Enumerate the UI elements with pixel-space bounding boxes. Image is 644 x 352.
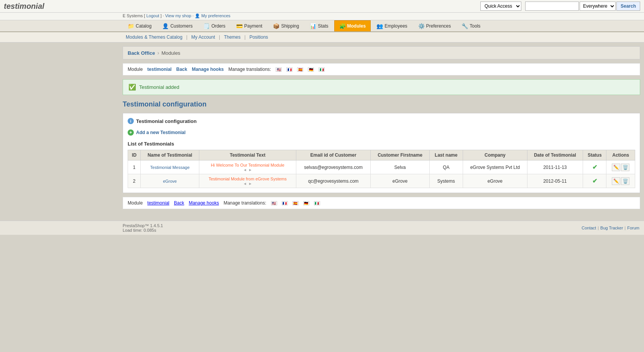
main-content: Back Office › Modules Module testimonial…	[0, 43, 644, 213]
subnav-item-themes[interactable]: Themes	[221, 34, 243, 41]
footer-contact[interactable]: Contact	[582, 226, 596, 230]
subnav-item-positions[interactable]: Positions	[246, 34, 271, 41]
cell-company-1: eGrove	[463, 174, 527, 188]
nav-item-orders[interactable]: 🗒️Orders	[198, 20, 230, 31]
scroll-right-1[interactable]: ►	[248, 182, 252, 186]
edit-btn-1[interactable]: ✏️	[612, 177, 620, 185]
nav-icon-tools: 🔧	[462, 23, 468, 29]
success-message: ✅ Testimonial added	[123, 79, 640, 95]
module-name-link-bottom[interactable]: testimonial	[147, 200, 169, 206]
nav-item-employees[interactable]: 👥Employees	[371, 20, 412, 31]
flag-us-top[interactable]: 🇺🇸	[276, 67, 282, 72]
footer-bug-tracker[interactable]: Bug Tracker	[600, 226, 623, 230]
nav-item-modules[interactable]: 🧩Modules	[334, 20, 371, 31]
status-icon-0[interactable]: ✔	[592, 164, 597, 170]
cell-firstname-1: eGrove	[371, 174, 429, 188]
scroll-left-0[interactable]: ◄	[243, 168, 247, 172]
col-header-email: Email id of Customer	[296, 150, 371, 160]
cell-actions-1: ✏️🗑️	[606, 174, 635, 188]
nav-label-stats: Stats	[318, 23, 328, 29]
nav-label-catalog: Catalog	[136, 23, 151, 29]
col-header-firstname: Customer Firstname	[371, 150, 429, 160]
nav-item-catalog[interactable]: 📁Catalog	[123, 20, 156, 31]
top-bar: testimonial Quick Access Everywhere Sear…	[0, 0, 644, 13]
flag-fr-top[interactable]: 🇫🇷	[286, 67, 292, 72]
scroll-left-1[interactable]: ◄	[243, 182, 247, 186]
nav-icon-payment: 💳	[236, 23, 243, 29]
nav-icon-orders: 🗒️	[203, 23, 210, 29]
view-shop-link[interactable]: View my shop	[165, 13, 191, 18]
flag-de-bottom[interactable]: 🇩🇪	[303, 201, 309, 205]
flag-es-top[interactable]: 🇪🇸	[297, 67, 303, 72]
col-header-lastname: Last name	[429, 150, 463, 160]
back-link-bottom[interactable]: Back	[174, 200, 184, 206]
manage-hooks-link-bottom[interactable]: Manage hooks	[189, 200, 219, 206]
nav-item-tools[interactable]: 🔧Tools	[457, 20, 485, 31]
nav-item-preferences[interactable]: ⚙️Preferences	[413, 20, 456, 31]
system-user: E Systems [	[123, 13, 145, 18]
cell-date-1: 2012-05-11	[527, 174, 583, 188]
scroll-right-0[interactable]: ►	[248, 168, 252, 172]
testimonial-text-0: Hi Welcome To Our Testimonial Module	[211, 163, 284, 167]
cell-email-0: selvas@egrovesystems.com	[296, 160, 371, 174]
breadcrumb-backoffice[interactable]: Back Office	[128, 50, 155, 56]
add-new-label: Add a new Testimonial	[136, 130, 186, 135]
manage-hooks-link-top[interactable]: Manage hooks	[192, 67, 223, 72]
logout-link[interactable]: Logout	[146, 13, 159, 18]
cell-company-0: eGrove Systems Pvt Ltd	[463, 160, 527, 174]
col-header-actions: Actions	[606, 150, 635, 160]
delete-btn-1[interactable]: 🗑️	[621, 177, 629, 185]
search-button[interactable]: Search	[616, 2, 640, 11]
success-icon: ✅	[128, 83, 136, 91]
nav-item-customers[interactable]: 👤Customers	[157, 20, 197, 31]
testimonial-name-link-0[interactable]: Testimonial Message	[150, 165, 190, 170]
flag-it-bottom[interactable]: 🇮🇹	[314, 201, 320, 205]
search-input[interactable]	[525, 2, 579, 11]
status-icon-1[interactable]: ✔	[592, 178, 597, 184]
flag-us-bottom[interactable]: 🇺🇸	[271, 201, 277, 205]
add-new-link[interactable]: + Add a new Testimonial	[128, 129, 635, 136]
edit-btn-0[interactable]: ✏️	[612, 164, 620, 171]
module-prefix-top: Module	[128, 67, 143, 72]
quick-access-select[interactable]: Quick Access	[480, 2, 521, 11]
subnav-item-my-account[interactable]: My Account	[188, 34, 218, 41]
delete-btn-0[interactable]: 🗑️	[621, 164, 629, 171]
flag-it-top[interactable]: 🇮🇹	[319, 67, 325, 72]
nav-icon-modules: 🧩	[339, 23, 346, 29]
search-scope-select[interactable]: Everywhere	[580, 2, 616, 11]
breadcrumb: Back Office › Modules	[123, 46, 640, 59]
nav-icon-preferences: ⚙️	[418, 23, 425, 29]
module-prefix-bottom: Module	[128, 200, 143, 206]
back-link-top[interactable]: Back	[176, 67, 187, 72]
nav-item-stats[interactable]: 📊Stats	[305, 20, 333, 31]
cell-name-1: eGrove	[141, 174, 199, 188]
testimonial-name-link-1[interactable]: eGrove	[163, 179, 177, 183]
flag-fr-bottom[interactable]: 🇫🇷	[282, 201, 288, 205]
cell-status-1: ✔	[583, 174, 606, 188]
manage-translations-label-bottom: Manage translations:	[223, 200, 266, 206]
module-info-bar-top: Module testimonial Back Manage hooks Man…	[123, 63, 640, 75]
flag-es-bottom[interactable]: 🇪🇸	[292, 201, 299, 205]
system-sep2: · 👤	[192, 13, 201, 18]
col-header-id: ID	[128, 150, 141, 160]
cell-email-1: qc@egrovesystems.com	[296, 174, 371, 188]
cell-firstname-0: Selva	[371, 160, 429, 174]
footer-links: Contact | Bug Tracker | Forum	[582, 226, 639, 230]
add-icon: +	[128, 129, 134, 136]
nav-icon-employees: 👥	[376, 23, 383, 29]
breadcrumb-current: Modules	[161, 50, 180, 56]
nav-label-modules: Modules	[347, 23, 366, 29]
module-name-link-top[interactable]: testimonial	[147, 67, 171, 72]
nav-icon-customers: 👤	[162, 23, 169, 29]
nav-item-payment[interactable]: 💳Payment	[231, 20, 267, 31]
nav-item-shipping[interactable]: 📦Shipping	[268, 20, 304, 31]
cell-date-0: 2011-11-13	[527, 160, 583, 174]
col-header-company: Company	[463, 150, 527, 160]
my-preferences-link[interactable]: My preferences	[201, 13, 230, 18]
footer-forum[interactable]: Forum	[627, 226, 639, 230]
flag-de-top[interactable]: 🇩🇪	[308, 67, 314, 72]
module-info-bar-bottom: Module testimonial Back Manage hooks Man…	[123, 197, 640, 209]
cell-lastname-1: Systems	[429, 174, 463, 188]
subnav-item-modules-catalog[interactable]: Modules & Themes Catalog	[123, 34, 186, 41]
list-heading: List of Testimonials	[128, 141, 635, 147]
